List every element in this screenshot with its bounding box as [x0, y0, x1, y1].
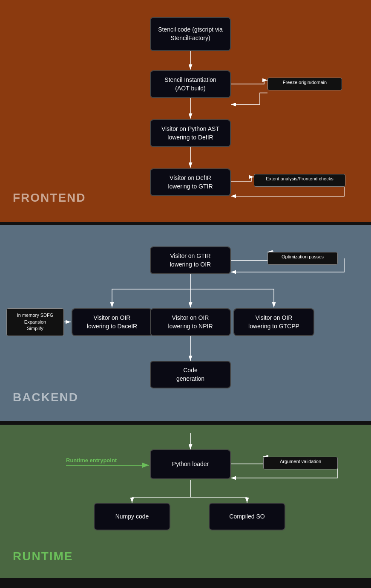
backend-label: BACKEND: [13, 391, 78, 404]
bottom-bar: [0, 578, 371, 588]
runtime-label: RUNTIME: [13, 550, 73, 563]
compiled-so-node: Compiled SO: [209, 503, 285, 530]
divider-1: [0, 222, 371, 225]
visitor-gtir-node: Visitor on GTIRlowering to OIR: [150, 246, 231, 274]
argument-validation-annotation: Argument validation: [263, 457, 338, 469]
visitor-oir-npir-node: Visitor on OIRlowering to NPIR: [150, 308, 231, 336]
python-loader-node: Python loader: [150, 449, 231, 479]
in-memory-annotation: In memory SDFGExpansionSimplify: [6, 308, 64, 336]
freeze-annotation: Freeze origin/domain: [267, 78, 342, 90]
frontend-section: Stencil code (gtscript via StencilFactor…: [0, 0, 371, 222]
extent-annotation: Extent analysis/Frontend checks: [254, 174, 345, 187]
code-generation-node: Codegeneration: [150, 361, 231, 388]
frontend-label: FRONTEND: [13, 191, 86, 205]
stencil-instantiation-node: Stencil Instantiation(AOT build): [150, 70, 231, 98]
runtime-section: Python loader Numpy code Compiled SO Arg…: [0, 425, 371, 578]
visitor-defir-node: Visitor on DefIRlowering to GTIR: [150, 168, 231, 196]
visitor-oir-dace-node: Visitor on OIRlowering to DaceIR: [72, 308, 152, 336]
backend-section: Visitor on GTIRlowering to OIR Visitor o…: [0, 225, 371, 421]
visitor-oir-gtcpp-node: Visitor on OIRlowering to GTCPP: [233, 308, 314, 336]
divider-2: [0, 421, 371, 425]
numpy-code-node: Numpy code: [94, 503, 170, 530]
stencil-code-node: Stencil code (gtscript via StencilFactor…: [150, 17, 231, 51]
runtime-entrypoint-label: Runtime entrypoint: [66, 457, 117, 463]
visitor-python-ast-node: Visitor on Python ASTlowering to DefIR: [150, 119, 231, 147]
optimization-annotation: Optimization passes: [267, 252, 338, 265]
